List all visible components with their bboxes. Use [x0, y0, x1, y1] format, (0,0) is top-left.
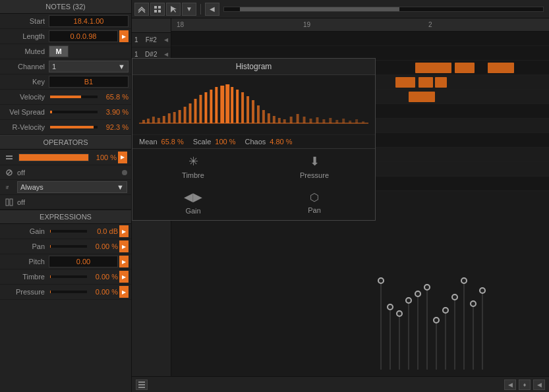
key-row: Key B1 [0, 74, 131, 90]
operator-off2-value: off [17, 198, 127, 206]
timbre-arrow[interactable]: ▶ [119, 271, 129, 283]
timbre-bar[interactable]: 0.00 % [49, 271, 118, 283]
velocity-bar[interactable]: 65.8 % [49, 91, 129, 103]
vel-stem-3[interactable] [396, 310, 403, 370]
gain-expr-btn[interactable]: ◀▶ Gain [132, 184, 254, 220]
top-scrollbar[interactable] [223, 7, 544, 12]
pressure-expr-btn[interactable]: ⬇ Pressure [254, 149, 375, 184]
gain-expr-label: Gain [185, 207, 200, 215]
pressure-arrow[interactable]: ▶ [119, 286, 129, 298]
chaos-value: 4.80 % [270, 138, 292, 146]
operator-1-icon [4, 152, 14, 163]
vel-stem-2[interactable] [387, 304, 393, 370]
vel-stem-4[interactable] [405, 297, 412, 370]
pressure-bar[interactable]: 0.00 % [49, 286, 118, 298]
vel-stem-7[interactable] [433, 317, 440, 370]
vel-stem-10[interactable] [461, 277, 467, 370]
r-velocity-bar[interactable]: 92.3 % [49, 121, 129, 133]
pitch-label: Pitch [3, 258, 49, 266]
toolbar-btn-arrow-left[interactable]: ◀ [205, 3, 219, 16]
length-value[interactable]: 0.0.0.98 [49, 30, 118, 42]
operator-always-dropdown[interactable]: Always ▼ [17, 181, 127, 193]
timbre-expr-icon: ✳ [188, 154, 198, 169]
svg-rect-22 [189, 103, 192, 123]
vel-spread-bar[interactable]: 3.90 % [49, 106, 129, 118]
channel-dropdown[interactable]: 1 ▼ [49, 61, 129, 72]
svg-rect-28 [220, 86, 224, 123]
pan-expr-btn[interactable]: ⬡ Pan [254, 184, 375, 220]
pitch-row: Pitch 0.00 ▶ [0, 254, 131, 269]
track-arrow-F2: ◀ [164, 37, 168, 43]
vel-stem-6[interactable] [424, 284, 430, 370]
svg-rect-29 [225, 84, 229, 123]
timbre-value: 0.00 % [88, 273, 118, 281]
muted-row: Muted M [0, 44, 131, 59]
layers-btn[interactable] [136, 379, 148, 390]
tick-18: 18 [177, 21, 184, 28]
pitch-value[interactable]: 0.00 [49, 256, 118, 267]
svg-line-3 [7, 171, 11, 175]
operator-3-icon: if [4, 182, 14, 192]
toolbar-btn-grid[interactable] [150, 3, 165, 16]
toolbar-btn-dropdown[interactable]: ▼ [182, 3, 196, 16]
svg-rect-50 [349, 121, 351, 123]
svg-rect-15 [152, 117, 155, 123]
r-velocity-value: 92.3 % [99, 123, 129, 131]
r-velocity-label: R-Velocity [3, 123, 49, 131]
operator-1-bar[interactable]: 100 % [17, 154, 117, 161]
key-value[interactable]: B1 [49, 76, 129, 88]
vel-stem-12[interactable] [479, 287, 486, 370]
chaos-label: Chaos [245, 138, 266, 146]
pressure-expr-label: Pressure [300, 171, 329, 179]
svg-text:if: if [6, 184, 9, 190]
mean-value: 65.8 % [161, 138, 184, 146]
start-value[interactable]: 18.4.1.00 [49, 15, 129, 27]
vel-stem-5[interactable] [415, 291, 421, 370]
svg-rect-21 [184, 107, 187, 123]
toolbar-btn-up[interactable] [134, 3, 149, 16]
svg-rect-46 [322, 119, 325, 123]
histogram-chart [132, 75, 375, 134]
gain-arrow[interactable]: ▶ [119, 225, 129, 237]
vel-stem-8[interactable] [442, 307, 449, 370]
svg-rect-43 [303, 117, 306, 123]
scale-value: 100 % [215, 138, 235, 146]
bottom-arrow-btn[interactable]: ◀ [533, 379, 545, 390]
pan-bar[interactable]: 0.00 % [49, 240, 118, 252]
velocity-value: 65.8 % [99, 93, 129, 101]
vel-stem-11[interactable] [470, 300, 477, 370]
length-arrow-btn[interactable]: ▶ [119, 30, 129, 42]
pan-arrow[interactable]: ▶ [119, 240, 129, 252]
svg-rect-20 [179, 110, 181, 123]
gain-bar[interactable]: 0.0 dB [49, 225, 118, 237]
toolbar-btn-cursor[interactable] [166, 3, 181, 16]
operator-off-row: off [0, 165, 131, 180]
pitch-arrow[interactable]: ▶ [119, 256, 129, 267]
track-arrow-D2: ◀ [164, 51, 168, 57]
tune-btn[interactable]: ♦ [519, 379, 531, 390]
operator-off-value: off [17, 169, 122, 177]
toolbar-divider [200, 4, 201, 14]
speaker-btn[interactable]: ◀ [504, 379, 516, 390]
timeline-spacer [132, 18, 171, 33]
notes-header: NOTES (32) [0, 0, 131, 14]
timbre-expr-btn[interactable]: ✳ Timbre [132, 149, 254, 184]
svg-rect-51 [355, 119, 358, 123]
svg-marker-11 [171, 6, 177, 13]
svg-rect-13 [142, 120, 145, 123]
svg-rect-47 [329, 118, 332, 123]
top-toolbar: ▼ ◀ [132, 0, 549, 18]
vel-stem-9[interactable] [451, 294, 458, 370]
svg-rect-16 [158, 118, 160, 123]
pan-row: Pan 0.00 % ▶ [0, 239, 131, 254]
vel-stem-1[interactable] [378, 277, 384, 370]
svg-rect-38 [273, 116, 275, 123]
svg-rect-34 [252, 100, 254, 123]
operator-1-arrow[interactable]: ▶ [118, 152, 127, 163]
operator-2-icon [4, 167, 14, 178]
svg-rect-0 [6, 155, 13, 157]
svg-rect-31 [236, 90, 239, 123]
timeline-header: 18 19 2 [171, 18, 549, 32]
muted-value[interactable]: M [49, 45, 69, 57]
svg-rect-1 [6, 158, 13, 159]
